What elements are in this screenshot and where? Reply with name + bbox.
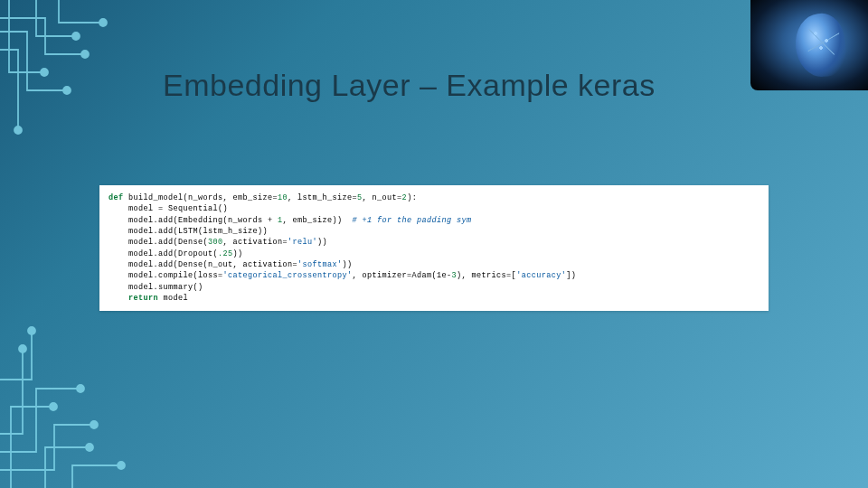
circuit-decoration-bottom-left xyxy=(0,289,163,488)
circuit-decoration-top-left xyxy=(0,0,163,163)
svg-point-3 xyxy=(72,33,80,40)
code-content: def build_model(n_words, emb_size=10, ls… xyxy=(108,192,760,304)
svg-point-8 xyxy=(19,345,26,352)
svg-point-7 xyxy=(77,385,84,392)
code-block: def build_model(n_words, emb_size=10, ls… xyxy=(99,185,769,311)
svg-point-9 xyxy=(86,444,93,451)
svg-point-1 xyxy=(63,87,71,94)
ai-head-image xyxy=(750,0,868,90)
svg-point-2 xyxy=(14,127,22,134)
svg-point-4 xyxy=(99,19,107,26)
svg-point-12 xyxy=(28,327,35,334)
svg-point-5 xyxy=(41,69,48,76)
svg-point-10 xyxy=(118,462,125,469)
svg-point-0 xyxy=(81,51,89,58)
svg-point-6 xyxy=(90,421,98,428)
svg-point-11 xyxy=(50,403,57,410)
slide: Embedding Layer – Example keras def buil… xyxy=(0,0,868,488)
slide-title: Embedding Layer – Example keras xyxy=(163,68,741,103)
